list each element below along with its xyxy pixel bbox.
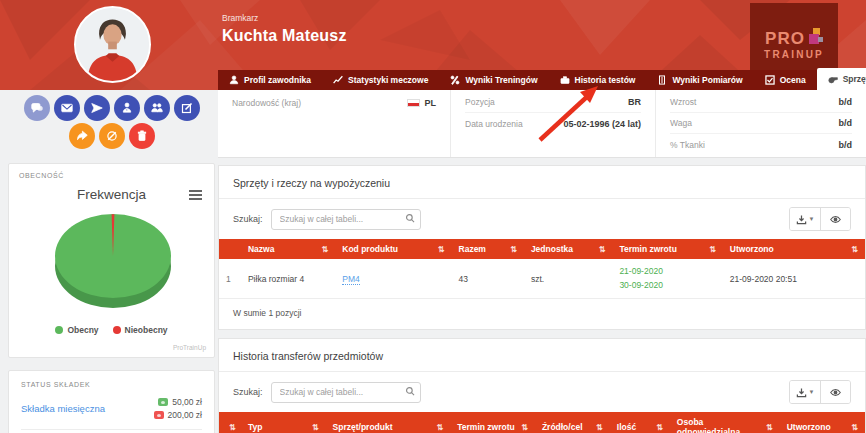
export-button[interactable]: ▼: [790, 381, 820, 403]
product-code-link[interactable]: PM4: [342, 274, 359, 285]
attendance-section-label: OBECNOŚĆ: [19, 172, 204, 179]
col-termin-zwrotu: Termin zwrotu: [619, 244, 676, 254]
nationality-value: PL: [424, 98, 436, 108]
sort-icon[interactable]: ⇅: [521, 423, 528, 432]
sort-icon[interactable]: ⇅: [322, 245, 329, 254]
tab-profil-zawodnika[interactable]: Profil zawodnika: [218, 70, 322, 90]
check-square-icon: [765, 75, 775, 85]
tab-historia-testow[interactable]: Historia testów: [549, 70, 647, 90]
col-nazwa: Nazwa: [248, 244, 274, 254]
sort-icon[interactable]: ⇅: [656, 423, 663, 432]
chart-menu-icon[interactable]: [189, 188, 202, 202]
sort-icon[interactable]: ⇅: [851, 245, 858, 254]
attendance-card: OBECNOŚĆ Frekwencja Obecny Nieobecny Pro…: [8, 163, 215, 358]
tab-wyniki-pomiarow[interactable]: Wyniki Pomiarów: [646, 70, 753, 90]
player-photo: [76, 8, 149, 81]
export-button[interactable]: ▼: [790, 208, 820, 230]
item-total: 43: [452, 259, 524, 299]
player-role: Bramkarz: [222, 13, 347, 23]
legend-nieobecny[interactable]: Nieobecny: [113, 325, 168, 335]
ruler-icon: [657, 75, 667, 85]
money-off-button[interactable]: [99, 123, 125, 149]
transfers-card: Historia transferów przedmiotów Szukaj: …: [218, 338, 866, 433]
col-ilosc: Ilość: [617, 422, 636, 432]
tab-sprzet-i-produkty[interactable]: Sprzęt i produkty: [817, 68, 866, 90]
legend-dot-green: [55, 326, 63, 334]
tab-statystyki-meczowe[interactable]: Statystyki meczowe: [322, 70, 439, 90]
share-button[interactable]: [69, 123, 95, 149]
edit-icon: [181, 102, 193, 114]
transfers-header-row: ⇅ Typ⇅ Sprzęt/produkt⇅ Termin zwrotu⇅ Źr…: [219, 412, 865, 433]
chart-legend: Obecny Nieobecny: [9, 325, 214, 335]
money-paid-icon: [158, 398, 168, 406]
logo-text-pro: PRO: [765, 30, 805, 47]
col-utworzono: Utworzono: [730, 244, 774, 254]
col-razem: Razem: [459, 244, 486, 254]
user-download-icon: [121, 102, 133, 114]
col-utworzono: Utworzono: [787, 422, 831, 432]
edit-button[interactable]: [174, 95, 200, 121]
sort-icon[interactable]: ⇅: [510, 245, 517, 254]
sort-icon[interactable]: ⇅: [438, 245, 445, 254]
search-label: Szukaj:: [233, 387, 263, 397]
col-zrodlo-cel: Źródło/cel: [542, 422, 583, 432]
info-row-height: Wzrost b/d: [670, 92, 852, 113]
col-jednostka: Jednostka: [531, 244, 573, 254]
group-button[interactable]: [144, 95, 170, 121]
money-off-icon: [106, 130, 118, 142]
sort-icon[interactable]: ⇅: [599, 245, 606, 254]
fee-paid-amount: 50,00 zł: [172, 397, 202, 407]
column-visibility-button[interactable]: [820, 381, 850, 403]
line-chart-icon: [333, 75, 343, 85]
birth-label: Data urodzenia: [465, 119, 523, 129]
logo-squares-icon: [807, 30, 823, 46]
chevron-down-icon: ▼: [809, 216, 815, 222]
page-header: Bramkarz Kuchta Mateusz PRO TRAINUP Prof…: [0, 0, 866, 90]
money-due-icon: [154, 411, 164, 419]
comments-button[interactable]: [24, 95, 50, 121]
col-termin-zwrotu: Termin zwrotu: [457, 422, 514, 432]
message-button[interactable]: [54, 95, 80, 121]
tab-ocena[interactable]: Ocena: [754, 70, 817, 90]
tab-wyniki-treningow[interactable]: Wyniki Treningów: [439, 70, 548, 90]
sort-icon[interactable]: ⇅: [229, 423, 236, 432]
sort-icon[interactable]: ⇅: [596, 423, 603, 432]
legend-obecny[interactable]: Obecny: [55, 325, 98, 335]
whistle-icon: [828, 74, 838, 84]
weight-label: Waga: [670, 118, 692, 128]
sort-icon[interactable]: ⇅: [312, 423, 319, 432]
fee-item-sprzet: sprzet 0,00 zł 100,00 zł: [21, 429, 202, 433]
delete-button[interactable]: [129, 123, 155, 149]
attendance-chart-title: Frekwencja: [19, 187, 204, 202]
transfers-search-input[interactable]: [271, 382, 421, 403]
user-download-button[interactable]: [114, 95, 140, 121]
sort-icon[interactable]: ⇅: [709, 245, 716, 254]
send-button[interactable]: [84, 95, 110, 121]
position-label: Pozycja: [465, 97, 495, 107]
eye-icon: [830, 387, 841, 398]
loans-card: Sprzęty i rzeczy na wypożyczeniu Szukaj:…: [218, 165, 866, 330]
poland-flag-icon: [407, 99, 420, 107]
loans-header-row: Nazwa⇅ Kod produktu⇅ Razem⇅ Jednostka⇅ T…: [219, 239, 865, 259]
position-value: BR: [628, 97, 641, 107]
column-visibility-button[interactable]: [820, 208, 850, 230]
profile-tabbar: Profil zawodnika Statystyki meczowe Wyni…: [218, 70, 866, 90]
legend-dot-red: [113, 326, 121, 334]
search-icon: [405, 386, 415, 396]
row-number: 1: [219, 259, 241, 299]
sort-icon[interactable]: ⇅: [437, 423, 444, 432]
sort-icon[interactable]: ⇅: [766, 423, 773, 432]
fee-link-skladka[interactable]: Składka miesięczna: [21, 403, 105, 414]
sort-icon[interactable]: ⇅: [851, 423, 858, 432]
item-unit: szt.: [524, 259, 613, 299]
item-name: Piłka rozmiar 4: [241, 259, 335, 299]
player-avatar: [74, 6, 151, 83]
download-icon: [796, 214, 807, 225]
percent-icon: [450, 75, 460, 85]
player-action-buttons: [8, 95, 215, 149]
info-row-tissue: % Tkanki b/d: [670, 134, 852, 155]
weight-value: b/d: [839, 118, 853, 128]
loans-table: Nazwa⇅ Kod produktu⇅ Razem⇅ Jednostka⇅ T…: [219, 239, 865, 299]
loans-search-input[interactable]: [271, 209, 421, 230]
height-label: Wzrost: [670, 97, 696, 107]
